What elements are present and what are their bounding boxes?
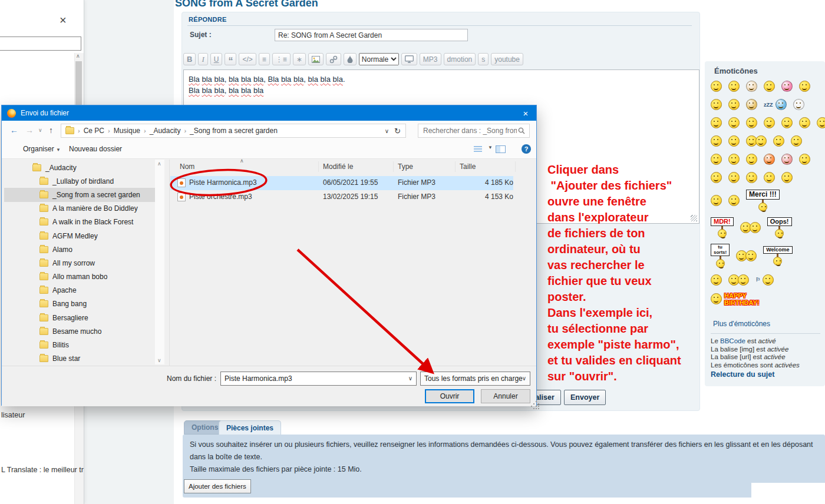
popup-scrollbar-thumb[interactable] bbox=[75, 61, 82, 105]
tree-scrollbar[interactable]: ∧ ∨ bbox=[155, 160, 164, 364]
unordered-list-button[interactable]: ≡ bbox=[259, 53, 270, 65]
smiley-peek-icon[interactable] bbox=[791, 135, 802, 147]
column-modifie[interactable]: Modifié le bbox=[323, 163, 353, 171]
tree-item[interactable]: Bersagliere bbox=[4, 311, 155, 324]
smiley-sunglasses-icon[interactable] bbox=[764, 172, 775, 183]
organize-menu[interactable]: Organiser ▼ bbox=[23, 145, 61, 153]
smiley-oops-sign-icon[interactable]: Oops! bbox=[767, 217, 792, 238]
preview-pane-icon[interactable] bbox=[496, 145, 506, 153]
more-smilies-link[interactable]: Plus d'émoticônes bbox=[713, 320, 770, 328]
breadcrumb-item[interactable]: Ce PC bbox=[84, 127, 104, 135]
underline-button[interactable]: U bbox=[210, 53, 223, 65]
tab-pieces-jointes[interactable]: Pièces jointes bbox=[219, 420, 281, 435]
smiley-champion-icon[interactable] bbox=[773, 135, 784, 147]
smiley-cry-icon[interactable] bbox=[781, 117, 793, 128]
up-icon[interactable]: ↑ bbox=[49, 125, 53, 135]
smiley-embarrassed-icon[interactable] bbox=[728, 81, 740, 92]
ordered-list-button[interactable]: ⋮≡ bbox=[272, 53, 291, 65]
smiley-faint-icon[interactable] bbox=[781, 154, 793, 165]
subject-input[interactable] bbox=[275, 29, 468, 41]
scroll-up-icon[interactable]: ∧ bbox=[76, 53, 80, 59]
cancel-button[interactable]: Annuler bbox=[481, 389, 530, 403]
smiley-flag-icon[interactable] bbox=[763, 274, 774, 286]
link-button[interactable] bbox=[326, 53, 341, 65]
smiley-buddies-icon[interactable] bbox=[738, 274, 749, 286]
flash-button[interactable] bbox=[401, 53, 417, 65]
bbcode-link[interactable]: BBCode bbox=[720, 337, 745, 344]
mp3-button[interactable]: MP3 bbox=[420, 53, 441, 65]
tree-item[interactable]: _Audacity bbox=[4, 161, 155, 174]
smiley-whistle-icon[interactable] bbox=[799, 154, 810, 165]
smiley-cheer-icon[interactable] bbox=[728, 99, 740, 110]
view-chevron-icon[interactable]: ▼ bbox=[488, 145, 493, 150]
help-icon[interactable]: ? bbox=[522, 144, 531, 154]
column-nom[interactable]: Nom bbox=[180, 163, 194, 171]
smiley-cheers-icon[interactable] bbox=[736, 250, 757, 261]
smiley-metal-icon[interactable] bbox=[799, 81, 810, 92]
smiley-mad-icon[interactable] bbox=[764, 154, 775, 165]
code-button[interactable]: </> bbox=[239, 53, 256, 65]
dialog-titlebar[interactable]: Envoi du fichier × bbox=[2, 105, 536, 121]
smiley-eek-icon[interactable] bbox=[728, 117, 740, 128]
smiley-welcome-sign-icon[interactable]: Welcome bbox=[763, 246, 792, 266]
breadcrumb-item[interactable]: _Song from a secret garden bbox=[190, 127, 278, 135]
new-folder-button[interactable]: Nouveau dossier bbox=[69, 145, 122, 153]
smiley-neutral-icon[interactable] bbox=[799, 117, 810, 128]
smiley-wink-icon[interactable] bbox=[764, 81, 775, 92]
smiley-merci-sign-icon[interactable]: Merci !!! bbox=[746, 190, 780, 211]
close-icon[interactable]: × bbox=[60, 14, 67, 27]
list-item-button[interactable]: ∗ bbox=[293, 53, 306, 65]
bold-button[interactable]: B bbox=[183, 53, 196, 65]
tree-item[interactable]: A la manière de Bo Diddley bbox=[4, 202, 155, 215]
refresh-icon[interactable]: ↻ bbox=[394, 127, 401, 135]
history-chevron-icon[interactable]: ∨ bbox=[38, 127, 42, 133]
tree-item[interactable]: Bilitis bbox=[4, 338, 155, 352]
tree-item[interactable]: Apache bbox=[4, 284, 155, 297]
address-chevron-icon[interactable]: ∨ bbox=[385, 128, 389, 134]
smiley-giggle-icon[interactable] bbox=[711, 135, 722, 147]
smiley-happy-birthday-icon[interactable]: HAPPY BIRTHDAY! bbox=[711, 292, 760, 306]
breadcrumb-item[interactable]: _Audacity bbox=[150, 127, 181, 135]
smiley-whisper-icon[interactable] bbox=[755, 135, 767, 147]
smiley-speechless-icon[interactable] bbox=[746, 172, 757, 183]
smiley-swarm-icon[interactable] bbox=[781, 172, 793, 183]
smiley-wig-icon[interactable] bbox=[746, 99, 757, 110]
list-view-icon[interactable] bbox=[474, 146, 482, 153]
tree-item[interactable]: _Lullaby of birdland bbox=[4, 174, 155, 188]
youtube-button[interactable]: youtube bbox=[491, 53, 523, 65]
smiley-rolleyes-icon[interactable] bbox=[746, 117, 757, 128]
tree-item[interactable]: A walk in the Black Forest bbox=[4, 215, 155, 229]
smiley-bravo-icon[interactable] bbox=[740, 222, 761, 233]
tree-item[interactable]: Allo maman bobo bbox=[4, 270, 155, 284]
dmotion-button[interactable]: dmotion bbox=[444, 53, 476, 65]
font-size-select[interactable]: Normale bbox=[359, 53, 399, 65]
smiley-mdr-sign-icon[interactable]: MDR! bbox=[711, 217, 734, 238]
tree-item[interactable]: All my sorrow bbox=[4, 256, 155, 270]
tree-item[interactable]: AGFM Medley bbox=[4, 229, 155, 243]
smiley-fist-icon[interactable] bbox=[746, 81, 757, 92]
search-input[interactable] bbox=[418, 126, 518, 135]
tree-item[interactable]: Besame mucho bbox=[4, 324, 155, 338]
smiley-scared-icon[interactable] bbox=[793, 99, 804, 110]
popup-text-input[interactable] bbox=[0, 37, 81, 51]
filename-chevron-icon[interactable]: ∨ bbox=[408, 375, 412, 382]
smiley-smirk-icon[interactable] bbox=[728, 154, 740, 165]
smiley-grin-icon[interactable] bbox=[711, 117, 722, 128]
smiley-shock-icon[interactable] bbox=[728, 172, 740, 183]
smiley-cool-icon[interactable] bbox=[764, 117, 775, 128]
image-button[interactable] bbox=[308, 53, 324, 65]
smiley-sleep-icon[interactable] bbox=[776, 99, 787, 110]
smiley-tu-sorts-sign-icon[interactable]: tu sorts! bbox=[711, 244, 730, 268]
quote-button[interactable]: “ bbox=[225, 53, 236, 65]
tree-item[interactable]: Blue star bbox=[4, 352, 155, 366]
smiley-buddies-icon[interactable] bbox=[728, 274, 749, 286]
smiley-whisper-icon[interactable] bbox=[746, 135, 767, 147]
file-row[interactable]: Piste orchestre.mp313/02/2025 19:15Fichi… bbox=[170, 190, 513, 204]
s-button[interactable]: s bbox=[478, 53, 489, 65]
italic-button[interactable]: I bbox=[198, 53, 207, 65]
open-button[interactable]: Ouvrir bbox=[425, 389, 474, 403]
column-type[interactable]: Type bbox=[398, 163, 413, 171]
scroll-down-icon[interactable]: ∨ bbox=[157, 357, 161, 363]
tree-item[interactable]: Bang bang bbox=[4, 297, 155, 311]
file-row[interactable]: Piste Harmonica.mp306/05/2021 19:55Fichi… bbox=[170, 176, 513, 190]
